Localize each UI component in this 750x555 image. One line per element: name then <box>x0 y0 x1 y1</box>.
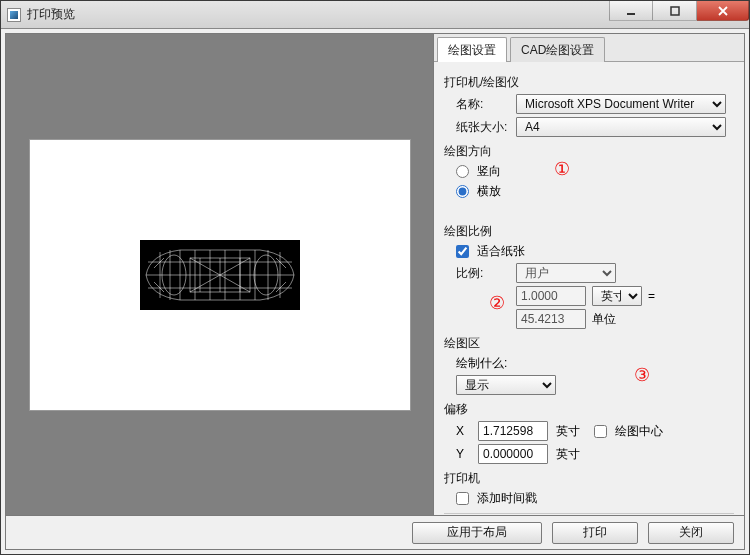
app-icon <box>7 8 21 22</box>
offset-y-label: Y <box>456 447 470 461</box>
equals-sign: = <box>648 289 655 303</box>
offset-x-value[interactable] <box>478 421 548 441</box>
close-footer-button[interactable]: 关闭 <box>648 522 734 544</box>
window-title: 打印预览 <box>27 6 75 23</box>
minimize-button[interactable] <box>609 1 653 21</box>
plot-center[interactable]: 绘图中心 <box>594 423 663 440</box>
checkbox-fit-paper[interactable] <box>456 245 469 258</box>
draw-what-label: 绘制什么: <box>456 355 507 372</box>
paper-size-label: 纸张大小: <box>456 119 516 136</box>
car-drawing <box>140 240 300 310</box>
preview-pane <box>6 34 434 515</box>
apply-layout-button[interactable]: 应用于布局 <box>412 522 542 544</box>
printer-name-label: 名称: <box>456 96 516 113</box>
scale-top-unit[interactable]: 英寸 <box>592 286 642 306</box>
footer: 应用于布局 打印 关闭 <box>5 516 745 550</box>
section-printer: 打印机/绘图仪 <box>444 74 734 91</box>
radio-portrait[interactable] <box>456 165 469 178</box>
printer-name-select[interactable]: Microsoft XPS Document Writer <box>516 94 726 114</box>
offset-y-unit: 英寸 <box>556 446 586 463</box>
orientation-landscape[interactable]: 横放 <box>456 183 501 200</box>
checkbox-plot-center[interactable] <box>594 425 607 438</box>
offset-y-value[interactable] <box>478 444 548 464</box>
orientation-portrait[interactable]: 竖向 <box>456 163 501 180</box>
ratio-select[interactable]: 用户 <box>516 263 616 283</box>
draw-what-select[interactable]: 显示 <box>456 375 556 395</box>
tab-cad-settings[interactable]: CAD绘图设置 <box>510 37 605 62</box>
titlebar[interactable]: 打印预览 <box>1 1 749 29</box>
radio-landscape[interactable] <box>456 185 469 198</box>
scale-bottom-unit: 单位 <box>592 311 642 328</box>
offset-x-label: X <box>456 424 470 438</box>
section-printer2: 打印机 <box>444 470 734 487</box>
print-preview-window: 打印预览 <box>0 0 750 555</box>
tab-plot-settings[interactable]: 绘图设置 <box>437 37 507 62</box>
separator <box>444 513 734 514</box>
section-orientation: 绘图方向 <box>444 143 734 160</box>
maximize-button[interactable] <box>653 1 697 21</box>
scale-top-value[interactable] <box>516 286 586 306</box>
add-timestamp[interactable]: 添加时间戳 <box>456 490 537 507</box>
checkbox-timestamp[interactable] <box>456 492 469 505</box>
svg-rect-1 <box>671 7 679 15</box>
close-button[interactable] <box>697 1 749 21</box>
print-button[interactable]: 打印 <box>552 522 638 544</box>
paper-preview <box>30 140 410 410</box>
section-area: 绘图区 <box>444 335 734 352</box>
fit-paper[interactable]: 适合纸张 <box>456 243 525 260</box>
scale-bottom-value[interactable] <box>516 309 586 329</box>
section-scale: 绘图比例 <box>444 223 734 240</box>
settings-pane: 绘图设置 CAD绘图设置 打印机/绘图仪 名称: Microsoft XPS D… <box>434 34 744 515</box>
ratio-label: 比例: <box>456 265 516 282</box>
section-offset: 偏移 <box>444 401 734 418</box>
paper-size-select[interactable]: A4 <box>516 117 726 137</box>
offset-x-unit: 英寸 <box>556 423 586 440</box>
